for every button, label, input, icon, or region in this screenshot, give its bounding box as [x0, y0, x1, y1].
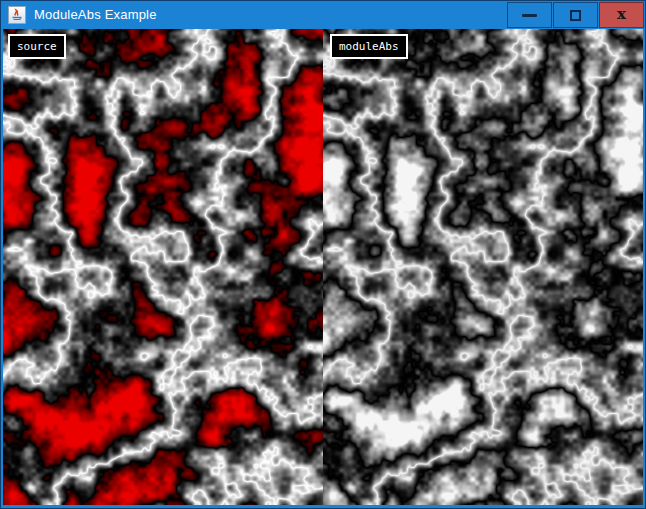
- close-icon: x: [617, 7, 626, 22]
- minimize-button[interactable]: [507, 2, 552, 28]
- panel-label-moduleabs: moduleAbs: [330, 34, 408, 59]
- close-button[interactable]: x: [599, 2, 644, 28]
- app-window: ModuleAbs Example x source moduleAbs: [0, 0, 646, 509]
- maximize-button[interactable]: [553, 2, 598, 28]
- window-title: ModuleAbs Example: [34, 1, 157, 29]
- content-area: source moduleAbs: [3, 29, 643, 505]
- window-controls: x: [507, 2, 644, 28]
- titlebar[interactable]: ModuleAbs Example x: [1, 1, 645, 29]
- minimize-icon: [522, 14, 537, 17]
- noise-render-canvas: [3, 29, 643, 505]
- panel-label-source: source: [8, 34, 66, 59]
- java-coffee-cup-icon: [8, 6, 26, 24]
- maximize-icon: [570, 10, 581, 21]
